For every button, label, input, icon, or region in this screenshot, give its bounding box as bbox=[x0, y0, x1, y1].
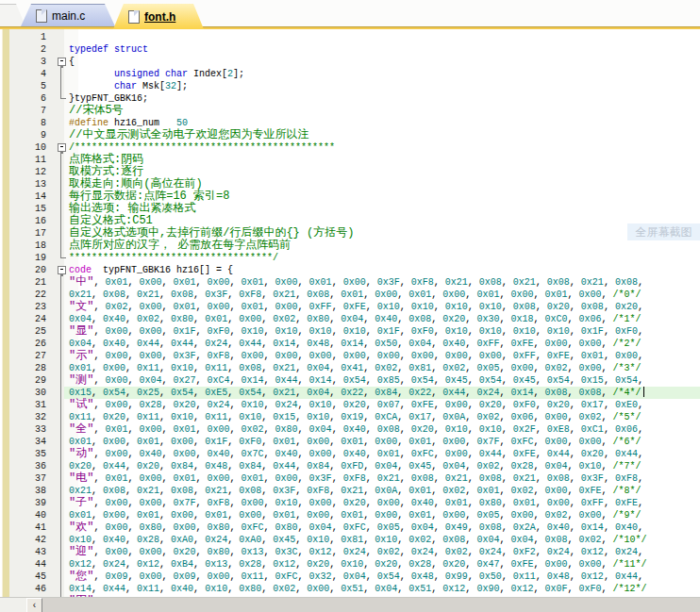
line-number: 27 bbox=[0, 350, 55, 362]
code-line[interactable]: 20code typFNT_GBK16 hz16[] = { bbox=[0, 264, 700, 276]
fold-rail bbox=[55, 436, 69, 448]
line-number: 43 bbox=[0, 546, 55, 558]
fold-collapse-icon[interactable] bbox=[55, 56, 69, 68]
fold-rail bbox=[55, 571, 69, 583]
code-text: "电", 0x01, 0x00, 0x01, 0x00, 0x01, 0x00,… bbox=[69, 472, 643, 485]
line-number: 11 bbox=[0, 154, 55, 166]
code-line[interactable]: 43"迎", 0x00, 0x00, 0x20, 0x80, 0x13, 0x3… bbox=[0, 546, 700, 558]
code-text: 0x10, 0x40, 0x28, 0xA0, 0x24, 0xA0, 0x45… bbox=[69, 534, 647, 546]
line-number: 16 bbox=[0, 215, 55, 227]
code-line[interactable]: 460x14, 0x44, 0x11, 0x40, 0x10, 0x80, 0x… bbox=[0, 583, 700, 595]
code-text: "您", 0x09, 0x00, 0x09, 0x00, 0x11, 0xFC,… bbox=[69, 571, 643, 583]
code-line[interactable]: 23"文", 0x02, 0x00, 0x01, 0x00, 0x01, 0x0… bbox=[0, 301, 700, 313]
text-cursor bbox=[643, 387, 644, 397]
code-line[interactable]: 340x01, 0x00, 0x01, 0x00, 0x1F, 0xF0, 0x… bbox=[0, 436, 700, 448]
code-line[interactable]: 2typedef struct bbox=[0, 43, 700, 56]
code-line[interactable]: 21"中", 0x01, 0x00, 0x01, 0x00, 0x01, 0x0… bbox=[0, 276, 700, 289]
fold-rail bbox=[55, 387, 69, 399]
code-text: 0x11, 0x20, 0x11, 0x10, 0x11, 0x10, 0x15… bbox=[69, 411, 642, 423]
code-line[interactable]: 25"显", 0x00, 0x00, 0x1F, 0xF0, 0x10, 0x1… bbox=[0, 325, 700, 338]
code-line[interactable]: 41"欢", 0x00, 0x80, 0x00, 0x80, 0xFC, 0x8… bbox=[0, 521, 700, 534]
fold-rail bbox=[55, 252, 69, 264]
code-text: 0x01, 0x00, 0x01, 0x00, 0x1F, 0xF0, 0x01… bbox=[69, 436, 642, 448]
code-line[interactable]: 18点阵所对应的汉字， 必需放在每字点阵码前 bbox=[0, 240, 700, 252]
horizontal-scrollbar[interactable]: ‹ bbox=[0, 597, 700, 612]
code-line[interactable]: 300x15, 0x54, 0x25, 0x54, 0xE5, 0x54, 0x… bbox=[0, 387, 700, 399]
code-line[interactable]: 3{ bbox=[0, 56, 700, 68]
code-line[interactable]: 420x10, 0x40, 0x28, 0xA0, 0x24, 0xA0, 0x… bbox=[0, 534, 700, 546]
code-text: "示", 0x00, 0x00, 0x3F, 0xF8, 0x00, 0x00,… bbox=[69, 350, 643, 362]
code-text: //宋体5号 bbox=[69, 105, 124, 117]
scrollbar-track[interactable] bbox=[26, 598, 700, 612]
line-number: 5 bbox=[0, 80, 55, 92]
code-text: typedef struct bbox=[69, 43, 148, 56]
code-line[interactable]: 33"全", 0x01, 0x00, 0x01, 0x00, 0x02, 0x8… bbox=[0, 423, 700, 436]
fold-collapse-icon[interactable] bbox=[55, 141, 69, 154]
tab-bar: main.c font.h bbox=[0, 0, 700, 29]
code-line[interactable]: 31"试", 0x00, 0x28, 0x20, 0x24, 0x10, 0x2… bbox=[0, 399, 700, 411]
code-line[interactable]: 440x12, 0x24, 0x12, 0xB4, 0x13, 0x28, 0x… bbox=[0, 558, 700, 571]
code-line[interactable]: 5 char Msk[32]; bbox=[0, 80, 700, 92]
line-number: 1 bbox=[0, 31, 55, 43]
code-line[interactable]: 380x21, 0x08, 0x21, 0x08, 0x21, 0x08, 0x… bbox=[0, 485, 700, 497]
fold-rail bbox=[55, 190, 69, 203]
code-text: char Msk[32]; bbox=[69, 80, 188, 92]
fold-rail bbox=[55, 411, 69, 423]
code-line[interactable]: 27"示", 0x00, 0x00, 0x3F, 0xF8, 0x00, 0x0… bbox=[0, 350, 700, 362]
code-line[interactable]: 240x04, 0x40, 0x02, 0x80, 0x01, 0x00, 0x… bbox=[0, 313, 700, 325]
tab-font-h[interactable]: font.h bbox=[113, 4, 204, 29]
code-line[interactable]: 1 bbox=[0, 31, 700, 43]
line-number: 7 bbox=[0, 105, 55, 117]
line-number: 23 bbox=[0, 301, 55, 313]
code-line[interactable]: 29"测", 0x00, 0x04, 0x27, 0xC4, 0x14, 0x4… bbox=[0, 374, 700, 387]
screen-capture-overlay: 全屏幕截图 bbox=[627, 223, 700, 240]
fold-rail bbox=[55, 289, 69, 301]
line-number: 45 bbox=[0, 571, 55, 583]
code-text: "文", 0x02, 0x00, 0x01, 0x00, 0x01, 0x00,… bbox=[69, 301, 643, 313]
code-text: "迎", 0x00, 0x00, 0x20, 0x80, 0x13, 0x3C,… bbox=[69, 546, 643, 558]
fold-rail bbox=[55, 105, 69, 117]
fold-rail bbox=[55, 534, 69, 546]
code-line[interactable]: 19************************************/ bbox=[0, 252, 700, 264]
code-line[interactable]: 9//中文显示测试全动电子欢迎您因为专业所以注 bbox=[0, 129, 700, 141]
code-line[interactable]: 45"您", 0x09, 0x00, 0x09, 0x00, 0x11, 0xF… bbox=[0, 571, 700, 583]
line-number: 15 bbox=[0, 203, 55, 215]
code-lines: 12typedef struct3{4 unsigned char Index[… bbox=[0, 31, 700, 607]
code-editor[interactable]: 12typedef struct3{4 unsigned char Index[… bbox=[0, 29, 700, 612]
scroll-left-arrow-icon[interactable]: ‹ bbox=[26, 598, 42, 612]
fold-rail bbox=[55, 399, 69, 411]
line-number: 29 bbox=[0, 374, 55, 387]
code-text: unsigned char Index[2]; bbox=[69, 68, 244, 80]
fold-rail bbox=[55, 203, 69, 215]
fold-collapse-icon[interactable] bbox=[55, 264, 69, 276]
code-line[interactable]: 37"电", 0x01, 0x00, 0x01, 0x00, 0x01, 0x0… bbox=[0, 472, 700, 485]
fold-rail bbox=[55, 546, 69, 558]
fold-rail bbox=[55, 154, 69, 166]
code-line[interactable]: 4 unsigned char Index[2]; bbox=[0, 68, 700, 80]
code-line[interactable]: 39"子", 0x00, 0x00, 0x7F, 0xF8, 0x00, 0x1… bbox=[0, 497, 700, 509]
fold-rail bbox=[55, 80, 69, 92]
tab-main-c[interactable]: main.c bbox=[21, 4, 115, 26]
code-line[interactable]: 360x20, 0x44, 0x20, 0x84, 0x48, 0x84, 0x… bbox=[0, 460, 700, 472]
line-number: 42 bbox=[0, 534, 55, 546]
line-number: 3 bbox=[0, 56, 55, 68]
line-number: 30 bbox=[0, 387, 55, 399]
code-line[interactable]: 260x04, 0x40, 0x44, 0x44, 0x24, 0x44, 0x… bbox=[0, 338, 700, 350]
line-number: 33 bbox=[0, 423, 55, 436]
code-text: //中文显示测试全动电子欢迎您因为专业所以注 bbox=[69, 129, 308, 141]
line-number: 14 bbox=[0, 190, 55, 203]
code-line[interactable]: 400x01, 0x00, 0x01, 0x00, 0x01, 0x00, 0x… bbox=[0, 509, 700, 521]
code-line[interactable]: 280x01, 0x00, 0x11, 0x10, 0x11, 0x08, 0x… bbox=[0, 362, 700, 374]
code-text: ************************************/ bbox=[69, 252, 278, 264]
line-number: 8 bbox=[0, 117, 55, 129]
code-line[interactable]: 220x21, 0x08, 0x21, 0x08, 0x3F, 0xF8, 0x… bbox=[0, 289, 700, 301]
code-line[interactable]: 35"动", 0x00, 0x40, 0x00, 0x40, 0x7C, 0x4… bbox=[0, 448, 700, 460]
line-number: 4 bbox=[0, 68, 55, 80]
code-line[interactable]: 320x11, 0x20, 0x11, 0x10, 0x11, 0x10, 0x… bbox=[0, 411, 700, 423]
line-number: 26 bbox=[0, 338, 55, 350]
fold-rail bbox=[55, 423, 69, 436]
fold-rail bbox=[55, 166, 69, 178]
line-number: 6 bbox=[0, 92, 55, 105]
line-number: 10 bbox=[0, 141, 55, 154]
code-line[interactable]: 7//宋体5号 bbox=[0, 105, 700, 117]
